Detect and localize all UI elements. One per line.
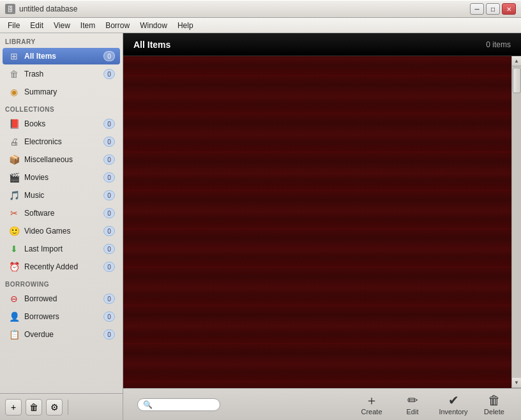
sidebar-item-overdue[interactable]: 📋 Overdue 0 — [3, 326, 120, 343]
summary-label: Summary — [24, 87, 115, 96]
create-button[interactable]: ＋ Create — [352, 390, 391, 419]
scroll-up-arrow[interactable]: ▲ — [512, 56, 522, 66]
electronics-badge: 0 — [103, 137, 115, 147]
edit-button[interactable]: ✏ Edit — [393, 390, 432, 419]
overdue-label: Overdue — [24, 330, 103, 339]
last-import-icon: ⬇ — [8, 243, 20, 255]
sidebar-separator — [68, 400, 68, 415]
inventory-button[interactable]: ✔ Inventory — [434, 390, 472, 419]
content-count: 0 items — [486, 40, 511, 49]
delete-button[interactable]: 🗑 Delete — [475, 390, 513, 419]
edit-label: Edit — [407, 408, 419, 416]
trash-badge: 0 — [103, 69, 115, 79]
window-title: untitled database — [19, 4, 470, 13]
borrowers-badge: 0 — [103, 311, 115, 322]
delete-label: Delete — [484, 408, 504, 416]
content-body: ▲ ▼ — [123, 56, 521, 388]
bottom-toolbar: 🔍 ＋ Create ✏ Edit ✔ Inventory 🗑 — [123, 388, 521, 420]
last-import-badge: 0 — [103, 244, 115, 254]
sidebar-item-movies[interactable]: 🎬 Movies 0 — [3, 169, 120, 186]
content-title: All Items — [133, 40, 170, 50]
sidebar-item-trash[interactable]: 🗑 Trash 0 — [3, 66, 120, 82]
video-games-badge: 0 — [103, 226, 115, 236]
software-badge: 0 — [103, 208, 115, 218]
last-import-label: Last Import — [24, 244, 103, 253]
borrowing-section-label: BORROWING — [0, 276, 123, 290]
menu-edit[interactable]: Edit — [25, 20, 49, 31]
sidebar: LIBRARY ⊞ All Items 0 🗑 Trash 0 ◉ Summar… — [0, 33, 123, 420]
inventory-icon: ✔ — [448, 394, 459, 407]
edit-icon: ✏ — [407, 394, 418, 407]
close-button[interactable]: ✕ — [502, 3, 516, 15]
video-games-icon: 🙂 — [8, 225, 20, 237]
sidebar-item-borrowers[interactable]: 👤 Borrowers 0 — [3, 308, 120, 325]
create-label: Create — [361, 408, 382, 416]
recently-added-label: Recently Added — [24, 262, 103, 271]
menu-view[interactable]: View — [49, 20, 75, 31]
sidebar-item-video-games[interactable]: 🙂 Video Games 0 — [3, 223, 120, 239]
scrollbar-track: ▲ ▼ — [511, 56, 521, 388]
scroll-thumb[interactable] — [513, 68, 521, 93]
books-icon: 📕 — [8, 117, 20, 130]
electronics-icon: 🖨 — [8, 135, 20, 148]
borrowers-icon: 👤 — [8, 310, 20, 323]
borrowed-icon: ⊖ — [8, 292, 20, 305]
sidebar-item-electronics[interactable]: 🖨 Electronics 0 — [3, 133, 120, 150]
software-label: Software — [24, 209, 103, 218]
books-badge: 0 — [103, 119, 115, 129]
sidebar-settings-button[interactable]: ⚙ — [46, 399, 63, 416]
trash-icon: 🗑 — [8, 68, 20, 80]
movies-label: Movies — [24, 173, 103, 182]
recently-added-icon: ⏰ — [8, 260, 20, 273]
sidebar-item-last-import[interactable]: ⬇ Last Import 0 — [3, 241, 120, 257]
music-label: Music — [24, 191, 103, 200]
sidebar-item-software[interactable]: ✂ Software 0 — [3, 205, 120, 221]
search-box[interactable]: 🔍 — [137, 398, 220, 411]
miscellaneous-badge: 0 — [103, 154, 115, 165]
trash-label: Trash — [24, 70, 103, 79]
create-icon: ＋ — [365, 394, 378, 407]
maximize-button[interactable]: □ — [486, 3, 500, 15]
minimize-button[interactable]: ─ — [470, 3, 484, 15]
menu-item[interactable]: Item — [75, 20, 100, 31]
sidebar-item-summary[interactable]: ◉ Summary — [3, 84, 120, 100]
borrowed-label: Borrowed — [24, 294, 103, 303]
main-layout: LIBRARY ⊞ All Items 0 🗑 Trash 0 ◉ Summar… — [0, 33, 521, 420]
sidebar-item-recently-added[interactable]: ⏰ Recently Added 0 — [3, 259, 120, 275]
sidebar-item-miscellaneous[interactable]: 📦 Miscellaneous 0 — [3, 151, 120, 168]
menu-bar: File Edit View Item Borrow Window Help — [0, 18, 521, 33]
video-games-label: Video Games — [24, 227, 103, 236]
summary-icon: ◉ — [8, 86, 20, 98]
overdue-badge: 0 — [103, 329, 115, 340]
search-input[interactable] — [155, 401, 213, 409]
music-badge: 0 — [103, 190, 115, 200]
miscellaneous-icon: 📦 — [8, 153, 20, 166]
sidebar-add-button[interactable]: + — [5, 399, 22, 416]
sidebar-delete-button[interactable]: 🗑 — [26, 399, 42, 416]
menu-file[interactable]: File — [3, 20, 25, 31]
books-label: Books — [24, 119, 103, 128]
delete-icon: 🗑 — [488, 394, 501, 407]
sidebar-item-music[interactable]: 🎵 Music 0 — [3, 187, 120, 204]
sidebar-item-borrowed[interactable]: ⊖ Borrowed 0 — [3, 290, 120, 307]
movies-icon: 🎬 — [8, 171, 20, 184]
wood-background — [123, 56, 511, 388]
software-icon: ✂ — [8, 207, 20, 220]
menu-window[interactable]: Window — [135, 20, 172, 31]
inventory-label: Inventory — [439, 408, 467, 416]
all-items-badge: 0 — [103, 51, 115, 61]
collections-section-label: COLLECTIONS — [0, 101, 123, 115]
window-controls: ─ □ ✕ — [470, 3, 516, 15]
sidebar-item-all-items[interactable]: ⊞ All Items 0 — [3, 48, 120, 64]
toolbar-actions: ＋ Create ✏ Edit ✔ Inventory 🗑 Delete — [352, 390, 513, 419]
borrowed-badge: 0 — [103, 294, 115, 304]
menu-help[interactable]: Help — [172, 20, 199, 31]
menu-borrow[interactable]: Borrow — [100, 20, 135, 31]
all-items-label: All Items — [24, 52, 103, 61]
movies-badge: 0 — [103, 172, 115, 183]
sidebar-item-books[interactable]: 📕 Books 0 — [3, 116, 120, 132]
app-icon: 🗄 — [5, 4, 15, 14]
content-area: All Items 0 items ▲ ▼ 🔍 ＋ Crea — [123, 33, 521, 420]
music-icon: 🎵 — [8, 189, 20, 202]
scroll-down-arrow[interactable]: ▼ — [512, 378, 522, 388]
